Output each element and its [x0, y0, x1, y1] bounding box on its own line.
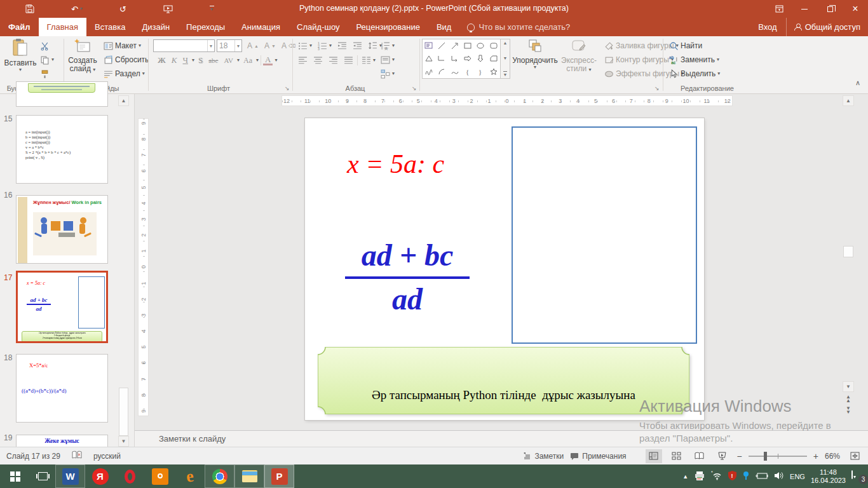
printer-tray-icon[interactable]	[694, 471, 705, 482]
shape-right-brace-icon[interactable]: }	[474, 65, 487, 78]
gallery-more-icon[interactable]: ▼	[503, 71, 508, 77]
slide-19-thumbnail[interactable]: Жеке жұмыс	[16, 435, 108, 447]
thumbnail-scrollbar[interactable]: ▲ ▼	[118, 95, 129, 447]
shape-oval-icon[interactable]	[474, 39, 487, 52]
bold-button[interactable]: Ж	[156, 55, 168, 66]
justify-icon[interactable]	[342, 55, 355, 66]
zoom-level[interactable]: 66%	[825, 452, 840, 461]
tab-insert[interactable]: Вставка	[86, 18, 133, 36]
decrease-font-icon[interactable]: А▼	[262, 41, 278, 51]
start-button[interactable]	[0, 464, 30, 488]
cut-icon[interactable]	[38, 41, 51, 51]
font-size-combo[interactable]: 18▾	[217, 39, 242, 52]
vertical-ruler[interactable]: 9876543210123456789	[138, 118, 149, 416]
security-alert-tray-icon[interactable]: !	[728, 471, 736, 482]
taskbar-e-browser-button[interactable]: e	[175, 464, 205, 488]
taskbar-powerpoint-button[interactable]: P	[264, 464, 294, 488]
find-button[interactable]: Найти	[667, 41, 704, 51]
tab-transitions[interactable]: Переходы	[178, 18, 233, 36]
tell-me-box[interactable]: Что вы хотите сделать?	[459, 18, 578, 36]
shape-scribble-icon[interactable]	[423, 65, 435, 78]
italic-button[interactable]: К	[170, 55, 179, 66]
normal-view-button[interactable]	[646, 449, 662, 463]
thumbnail-scroll-up-icon[interactable]: ▲	[118, 95, 129, 106]
tab-design[interactable]: Дизайн	[133, 18, 178, 36]
shape-rounded-rectangle-icon[interactable]	[487, 39, 500, 52]
copy-icon[interactable]: ▾	[38, 55, 56, 65]
align-left-icon[interactable]	[296, 55, 309, 66]
thumbnail-scroll-down-icon[interactable]: ▼	[118, 436, 129, 447]
empty-bordered-rectangle[interactable]	[512, 126, 697, 344]
slide-sorter-view-button[interactable]	[668, 449, 685, 463]
red-formula-textbox[interactable]: x = 5a: c	[347, 149, 444, 179]
arrange-button[interactable]: Упорядочить▾	[512, 38, 558, 70]
vertical-scrollbar[interactable]: ▲ ▼ ▲▲ ▼▼	[843, 95, 854, 429]
character-spacing-button[interactable]: AV	[222, 56, 234, 65]
quick-styles-button[interactable]: Экспресс-стили ▾	[559, 38, 599, 73]
paste-button[interactable]: Вставить▾	[4, 38, 37, 72]
slide-14-thumbnail[interactable]	[16, 81, 108, 107]
shape-corner-snip-rectangle-icon[interactable]	[487, 52, 500, 65]
taskbar-explorer-button[interactable]	[234, 464, 264, 488]
zoom-in-icon[interactable]: +	[813, 451, 818, 461]
zoom-slider[interactable]	[749, 456, 807, 457]
shape-arc-icon[interactable]	[435, 65, 448, 78]
shape-triangle-icon[interactable]	[423, 52, 435, 65]
volume-tray-icon[interactable]	[774, 471, 784, 481]
restore-button[interactable]	[817, 0, 843, 18]
change-case-button[interactable]: Aa	[241, 55, 254, 66]
clear-formatting-icon[interactable]: А⌫	[280, 41, 297, 51]
strikethrough-button[interactable]: abc	[207, 56, 220, 65]
text-direction-icon[interactable]: A▾	[379, 41, 397, 51]
align-text-icon[interactable]: ▾	[379, 55, 397, 65]
decrease-indent-icon[interactable]	[336, 41, 349, 51]
battery-tray-icon[interactable]	[756, 472, 768, 481]
previous-slide-icon[interactable]: ▲▲	[844, 395, 853, 403]
columns-icon[interactable]: ▾	[360, 55, 377, 66]
underline-button[interactable]: Ч	[181, 55, 190, 66]
shape-line-icon[interactable]	[435, 39, 448, 52]
shape-rectangle-icon[interactable]	[461, 39, 474, 52]
shapes-gallery-scrollbar[interactable]: ▲ ▼ ▼	[501, 39, 510, 79]
clock[interactable]: 11:48 16.04.2023	[811, 468, 846, 485]
comments-toggle-button[interactable]: Примечания	[570, 452, 626, 461]
font-color-button[interactable]: А	[263, 55, 273, 65]
select-button[interactable]: Выделить▾	[667, 69, 722, 79]
taskbar-opera-button[interactable]	[115, 464, 145, 488]
bullets-icon[interactable]: ▾	[296, 41, 314, 51]
notes-toggle-button[interactable]: Заметки	[523, 452, 564, 461]
section-button[interactable]: Раздел▾	[102, 69, 147, 79]
reading-view-button[interactable]	[691, 449, 708, 463]
language-indicator[interactable]: ENG	[790, 473, 805, 480]
convert-smartart-icon[interactable]: ▾	[379, 69, 397, 79]
taskbar-odnoklassniki-button[interactable]	[145, 464, 175, 488]
replace-button[interactable]: abacЗаменить▾	[667, 55, 721, 65]
scrollbar-thumb[interactable]	[843, 246, 853, 257]
drawing-dialog-launcher-icon[interactable]: ↘	[654, 85, 660, 92]
tab-home[interactable]: Главная	[39, 18, 86, 36]
font-dialog-launcher-icon[interactable]: ↘	[285, 85, 290, 92]
fraction-textbox[interactable]: ad + bc ad	[341, 238, 474, 316]
next-slide-icon[interactable]: ▼▼	[844, 407, 853, 414]
align-right-icon[interactable]	[327, 55, 340, 66]
zoom-slider-thumb[interactable]	[764, 452, 767, 461]
layout-button[interactable]: Макет▾	[102, 41, 143, 51]
numbering-icon[interactable]: 123▾	[316, 41, 334, 51]
share-button[interactable]: Общий доступ	[786, 18, 868, 36]
gallery-down-icon[interactable]: ▼	[503, 56, 508, 60]
shape-curve-icon[interactable]	[449, 65, 461, 78]
text-shadow-button[interactable]: S	[196, 55, 205, 66]
close-button[interactable]: ×	[843, 0, 868, 18]
minimize-button[interactable]	[792, 0, 817, 18]
action-center-button[interactable]: 3	[851, 471, 864, 482]
shape-left-brace-icon[interactable]: {	[461, 65, 474, 78]
thumbnail-scrollbar-thumb[interactable]	[119, 388, 128, 436]
shape-down-arrow-icon[interactable]	[474, 52, 487, 65]
font-name-combo[interactable]: ▾	[153, 39, 215, 52]
notes-panel[interactable]: Заметки к слайду	[135, 430, 868, 447]
align-center-icon[interactable]	[311, 55, 325, 66]
tab-file[interactable]: Файл	[0, 18, 39, 36]
wifi-tray-icon[interactable]: *	[711, 471, 722, 482]
tab-review[interactable]: Рецензирование	[348, 18, 428, 36]
slide-16-thumbnail[interactable]: Жұппен жұмыс/ Work in pairs	[16, 195, 108, 264]
